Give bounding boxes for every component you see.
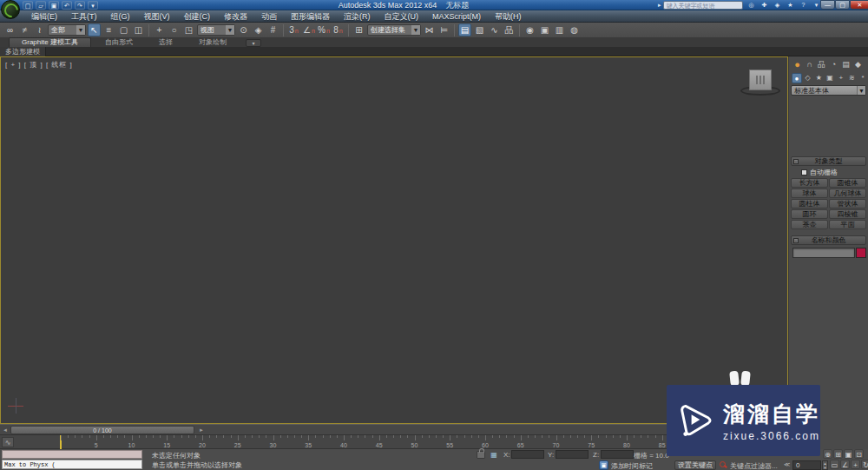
menu-item-10[interactable]: MAXScript(M) <box>425 10 488 23</box>
set-key-button[interactable]: 设置关键点 <box>674 460 716 470</box>
undo-icon[interactable]: ↶ <box>62 1 72 10</box>
object-color-swatch[interactable] <box>856 248 866 258</box>
mirror-icon[interactable]: ⋈ <box>423 23 436 36</box>
maxscript-listener-input[interactable]: Max to Physx ( <box>2 460 142 469</box>
orbit-icon[interactable]: ↻ <box>861 460 868 469</box>
menu-item-4[interactable]: 创建(C) <box>177 10 218 23</box>
motion-tab[interactable]: ◔ <box>828 59 839 70</box>
chevron-down-icon[interactable]: ▼ <box>857 86 865 95</box>
chevron-down-icon[interactable]: ▼ <box>226 25 234 35</box>
app-logo-icon[interactable] <box>1 0 20 19</box>
viewport-top[interactable]: [ + ] [ 顶 ] [ 线框 ] <box>0 56 788 424</box>
collapse-icon[interactable]: − <box>793 238 799 243</box>
menu-item-8[interactable]: 渲染(R) <box>337 10 378 23</box>
keyboard-override-icon[interactable]: # <box>266 23 279 36</box>
select-and-scale-icon[interactable]: ◳ <box>182 23 195 36</box>
search-icon[interactable]: ◎ <box>746 1 756 10</box>
favorites-icon[interactable]: ★ <box>786 1 795 10</box>
current-frame-field[interactable]: 0 <box>792 460 821 470</box>
open-file-icon[interactable]: ▱ <box>36 1 46 10</box>
ribbon-toggle-icon[interactable]: ▧ <box>473 23 486 36</box>
select-and-manipulate-icon[interactable]: ◈ <box>252 23 265 36</box>
collapse-icon[interactable]: − <box>793 159 799 164</box>
layer-manager-icon[interactable]: ▤ <box>458 23 471 36</box>
viewcube-top-face[interactable] <box>749 70 772 90</box>
window-crossing-icon[interactable]: ◫ <box>132 23 145 36</box>
display-tab[interactable]: ▤ <box>840 59 852 70</box>
menu-item-6[interactable]: 动画 <box>254 10 284 23</box>
frame-forward-icon[interactable]: ► <box>197 427 206 434</box>
menu-item-7[interactable]: 图形编辑器 <box>284 10 337 23</box>
primitive-button-平面[interactable]: 平面 <box>829 220 866 229</box>
menu-item-1[interactable]: 工具(T) <box>64 10 104 23</box>
x-coord-field[interactable] <box>511 450 544 459</box>
ribbon-panel-label[interactable]: 多边形建模 <box>0 47 46 56</box>
frame-spinner[interactable]: ▲▼ <box>822 460 828 470</box>
chevron-down-icon[interactable]: ▼ <box>411 25 420 35</box>
absolute-mode-icon[interactable]: ▦ <box>489 450 499 460</box>
ribbon-tab-1[interactable]: 自由形式 <box>93 38 145 47</box>
object-name-input[interactable] <box>792 248 855 258</box>
help-icon[interactable]: ? <box>799 1 808 10</box>
primitive-button-圆锥体[interactable]: 圆锥体 <box>829 178 866 188</box>
primitive-button-长方体[interactable]: 长方体 <box>791 178 828 188</box>
select-object-icon[interactable]: ↖ <box>88 23 101 36</box>
rectangular-selection-icon[interactable]: ▢ <box>117 23 130 36</box>
menu-item-11[interactable]: 帮助(H) <box>488 10 529 23</box>
menu-item-0[interactable]: 编辑(E) <box>24 10 64 23</box>
primitive-button-圆柱体[interactable]: 圆柱体 <box>791 199 828 209</box>
use-pivot-center-icon[interactable]: ⊙ <box>237 23 250 36</box>
bind-to-space-warp-icon[interactable]: ≀ <box>33 23 46 36</box>
primitive-button-四棱锥[interactable]: 四棱锥 <box>829 209 866 219</box>
y-coord-field[interactable] <box>556 450 589 459</box>
minimize-button[interactable]: — <box>820 0 835 10</box>
percent-snap-icon[interactable]: %n <box>317 23 330 36</box>
rendered-frame-icon[interactable]: ▥ <box>553 23 566 36</box>
rollout-name-color[interactable]: − 名称和颜色 <box>791 235 866 245</box>
unlink-selection-icon[interactable]: ≠ <box>18 23 31 36</box>
menu-item-2[interactable]: 组(G) <box>104 10 137 23</box>
add-time-tag[interactable]: 添加时间标记 <box>611 461 653 470</box>
ribbon-tab-2[interactable]: 选择 <box>147 38 185 47</box>
primitive-category-dropdown[interactable]: 标准基本体 ▼ <box>791 85 866 96</box>
search-expand-icon[interactable]: ▸ <box>658 2 661 9</box>
primitive-button-球体[interactable]: 球体 <box>791 189 828 198</box>
lights-tab[interactable]: ★ <box>813 73 824 83</box>
key-filters-button[interactable]: 关键点过滤器... <box>730 461 778 470</box>
z-coord-field[interactable] <box>601 450 634 459</box>
viewcube[interactable] <box>740 70 782 99</box>
selection-filter-dropdown[interactable]: 全部▼ <box>48 24 86 36</box>
rollout-object-type[interactable]: − 对象类型 <box>791 156 866 166</box>
modify-tab[interactable]: ∩ <box>804 59 815 70</box>
field-of-view-icon[interactable]: ∠ <box>840 460 850 469</box>
select-by-name-icon[interactable]: ≡ <box>102 23 115 36</box>
primitive-button-茶壶[interactable]: 茶壶 <box>791 220 828 229</box>
reference-coordinate-dropdown[interactable]: 视图▼ <box>197 24 235 36</box>
chevron-down-icon[interactable]: ▼ <box>76 25 85 35</box>
maxscript-listener-pink[interactable] <box>2 450 142 459</box>
time-tag-icon[interactable]: ▣ <box>599 460 608 470</box>
render-setup-icon[interactable]: ▣ <box>538 23 551 36</box>
go-to-start-icon[interactable]: ≪ <box>784 461 790 468</box>
infocenter-search-input[interactable] <box>663 1 743 10</box>
time-slider-handle[interactable]: 0 / 100 <box>10 426 194 434</box>
primitive-button-管状体[interactable]: 管状体 <box>829 199 866 209</box>
cameras-tab[interactable]: ▣ <box>825 73 835 83</box>
communication-center-icon[interactable]: ◈ <box>773 1 782 10</box>
hierarchy-tab[interactable]: 品 <box>816 59 827 70</box>
space-warps-tab[interactable]: ≋ <box>847 73 858 83</box>
geometry-tab[interactable]: ● <box>792 73 802 83</box>
frame-back-icon[interactable]: ◄ <box>1 427 10 434</box>
primitive-button-几何球体[interactable]: 几何球体 <box>829 189 866 198</box>
create-tab[interactable]: ● <box>792 59 803 70</box>
new-file-icon[interactable]: ▢ <box>23 1 33 10</box>
zoom-all-icon[interactable]: ⊞ <box>833 449 843 459</box>
selection-lock-icon[interactable] <box>477 451 485 459</box>
select-and-move-icon[interactable]: + <box>153 23 166 36</box>
ribbon-tab-0[interactable]: Graphite 建模工具 <box>9 37 91 47</box>
mini-curve-editor-icon[interactable]: ∿ <box>2 437 14 447</box>
menu-item-5[interactable]: 修改器 <box>217 10 254 23</box>
snaps-toggle-icon[interactable]: 3n <box>287 23 300 36</box>
primitive-button-圆环[interactable]: 圆环 <box>791 209 828 219</box>
select-and-rotate-icon[interactable]: ○ <box>168 23 181 36</box>
